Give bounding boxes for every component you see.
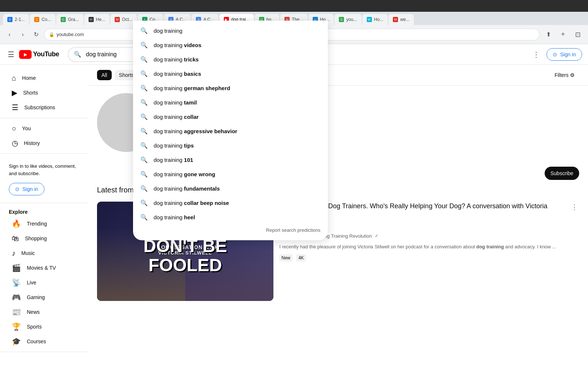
sign-in-label: Sign in [560,52,576,57]
music-icon: ♪ [12,249,15,258]
video-desc-highlight: dog training [476,244,504,249]
back-button[interactable]: ‹ [4,29,15,40]
sidebar-item-live[interactable]: 📡 Live [3,275,85,290]
youtube-logo-text: YouTube [33,50,59,58]
autocomplete-item-dog_training_videos[interactable]: 🔍dog training videos [133,38,328,52]
report-search-predictions-link[interactable]: Report search predictions [133,224,328,237]
autocomplete-text: dog training german shepherd [154,85,320,91]
search-suggestion-icon: 🔍 [140,199,148,206]
sidebar-item-shopping[interactable]: 🛍 Shopping [3,231,85,246]
gaming-icon: 🎮 [12,293,21,302]
browser-tab-ho3[interactable]: WHo... [362,14,388,25]
browser-tab-gra[interactable]: GGra... [56,14,83,25]
header-right: ⋮ ⊙ Sign in [529,47,582,62]
share-button[interactable]: ⬆ [542,29,554,40]
browser-tab-c1[interactable]: CCo... [30,14,55,25]
badge-4k: 4K [296,254,306,262]
search-suggestion-icon: 🔍 [140,27,148,34]
video-more-button[interactable]: ⋮ [570,202,579,213]
sidebar-item-courses[interactable]: 🎓 Courses [3,334,85,349]
news-icon: 📰 [12,308,21,316]
autocomplete-item-dog_training_101[interactable]: 🔍dog training 101 [133,153,328,167]
sidebar-item-gaming[interactable]: 🎮 Gaming [3,290,85,305]
search-suggestion-icon: 🔍 [140,42,148,49]
sidebar-item-movies[interactable]: 🎬 Movies & TV [3,260,85,275]
autocomplete-item-dog_training_heel[interactable]: 🔍dog training heel [133,210,328,224]
search-suggestion-icon: 🔍 [140,70,148,77]
profile-button[interactable]: ⊡ [572,29,584,40]
more-options-button[interactable]: ⋮ [529,47,544,62]
sidebar-label-history: History [24,140,40,146]
autocomplete-item-dog_training_collar[interactable]: 🔍dog training collar [133,110,328,124]
search-suggestion-icon: 🔍 [140,171,148,178]
forward-button[interactable]: › [18,29,28,40]
sidebar-label-trending: Trending [27,221,47,227]
search-suggestion-icon: 🔍 [140,85,148,92]
browser-tab-we[interactable]: Mwe... [388,14,414,25]
sidebar-label-shopping: Shopping [25,235,47,241]
autocomplete-item-dog_training_collar_beep[interactable]: 🔍dog training collar beep noise [133,196,328,210]
autocomplete-item-dog_training_aggressive_behavior[interactable]: 🔍dog training aggressive behavior [133,124,328,138]
explore-label: Explore [0,206,88,216]
youtube-logo[interactable]: ▶ YouTube [19,50,59,59]
sidebar-main-section: ⌂ Home ▶ Shorts ☰ Subscriptions [0,68,88,118]
autocomplete-item-dog_training_gone_wrong[interactable]: 🔍dog training gone wrong [133,167,328,181]
sidebar-label-courses: Courses [27,338,46,344]
filter-icon: ⚙ [570,72,575,78]
sidebar-you-section: ○ You ◷ History [0,118,88,154]
browser-title-bar [0,0,588,12]
sign-in-button[interactable]: ⊙ Sign in [546,48,582,61]
search-suggestion-icon: 🔍 [140,56,148,63]
new-tab-button[interactable]: + [557,29,569,40]
address-text: youtube.com [57,32,84,37]
autocomplete-item-dog_training_fundamentals[interactable]: 🔍dog training fundamentals [133,181,328,196]
autocomplete-item-dog_training_basics[interactable]: 🔍dog training basics [133,67,328,81]
sidebar-item-subscriptions[interactable]: ☰ Subscriptions [3,100,85,115]
trending-icon: 🔥 [12,219,21,228]
sidebar-label-gaming: Gaming [27,294,45,300]
browser-tab-he[interactable]: HHe... [84,14,110,25]
sidebar-item-trending[interactable]: 🔥 Trending [3,216,85,231]
autocomplete-item-dog_training[interactable]: 🔍dog training [133,24,328,38]
autocomplete-text: dog training collar [154,114,320,120]
subscriptions-icon: ☰ [12,103,18,112]
menu-toggle-button[interactable]: ☰ [6,49,16,60]
filters-button[interactable]: Filters ⚙ [550,70,579,80]
autocomplete-text: dog training tamil [154,99,320,106]
sidebar-item-history[interactable]: ◷ History [3,136,85,150]
autocomplete-item-dog_training_tips[interactable]: 🔍dog training tips [133,138,328,153]
sidebar: ⌂ Home ▶ Shorts ☰ Subscriptions ○ You [0,65,88,383]
sidebar-item-shorts[interactable]: ▶ Shorts [3,85,85,100]
youtube-logo-icon: ▶ [19,50,32,59]
movies-icon: 🎬 [12,263,21,272]
sidebar-label-shorts: Shorts [23,90,38,96]
filter-chip-all[interactable]: All [97,70,112,80]
sidebar-sign-in-button[interactable]: ⊙ Sign in [9,183,44,195]
autocomplete-item-dog_training_german_shepherd[interactable]: 🔍dog training german shepherd [133,81,328,95]
subscribe-button[interactable]: Subscribe [545,167,579,180]
sidebar-item-news[interactable]: 📰 News [3,305,85,319]
courses-icon: 🎓 [12,337,21,346]
autocomplete-text: dog training tricks [154,56,320,63]
autocomplete-text: dog training 101 [154,157,320,163]
browser-tab-dl[interactable]: D2-1... [3,14,29,25]
sidebar-signin-section: Sign in to like videos, comment, and sub… [0,154,88,203]
browser-tab-you[interactable]: Gyou... [334,14,361,25]
reload-button[interactable]: ↻ [31,29,41,40]
history-icon: ◷ [12,139,18,148]
sidebar-item-music[interactable]: ♪ Music [3,246,85,260]
shorts-icon: ▶ [12,88,17,97]
sidebar-label-live: Live [27,280,36,286]
sidebar-item-you[interactable]: ○ You [3,121,85,136]
sidebar-item-sports[interactable]: 🏆 Sports [3,319,85,334]
search-suggestion-icon: 🔍 [140,214,148,221]
autocomplete-dropdown: 🔍dog training🔍dog training videos🔍dog tr… [133,21,328,240]
autocomplete-item-dog_training_tricks[interactable]: 🔍dog training tricks [133,52,328,67]
sidebar-item-home[interactable]: ⌂ Home [3,71,85,85]
autocomplete-item-dog_training_tamil[interactable]: 🔍dog training tamil [133,95,328,110]
video-description: I recently had the pleasure of joining V… [279,243,579,251]
search-suggestion-icon: 🔍 [140,99,148,106]
autocomplete-text: dog training [154,28,320,34]
verified-badge: ✓ [375,233,379,238]
sidebar-explore-section: Explore 🔥 Trending 🛍 Shopping ♪ Music 🎬 … [0,203,88,352]
